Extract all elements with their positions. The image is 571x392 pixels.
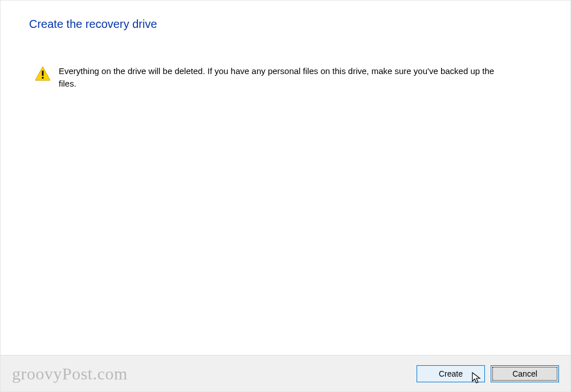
create-button[interactable]: Create bbox=[417, 365, 485, 382]
watermark: groovyPost.com bbox=[12, 364, 128, 383]
cancel-button[interactable]: Cancel bbox=[491, 365, 559, 382]
warning-row: Everything on the drive will be deleted.… bbox=[29, 65, 542, 90]
button-group: Create Cancel bbox=[417, 365, 559, 382]
page-title: Create the recovery drive bbox=[29, 18, 542, 31]
warning-text: Everything on the drive will be deleted.… bbox=[59, 65, 503, 90]
dialog-content: Create the recovery drive Everything on … bbox=[1, 1, 570, 355]
svg-rect-1 bbox=[42, 71, 44, 76]
recovery-drive-dialog: Create the recovery drive Everything on … bbox=[0, 0, 571, 392]
svg-rect-2 bbox=[42, 77, 44, 79]
warning-icon bbox=[35, 66, 51, 83]
dialog-footer: groovyPost.com Create Cancel bbox=[1, 355, 570, 391]
